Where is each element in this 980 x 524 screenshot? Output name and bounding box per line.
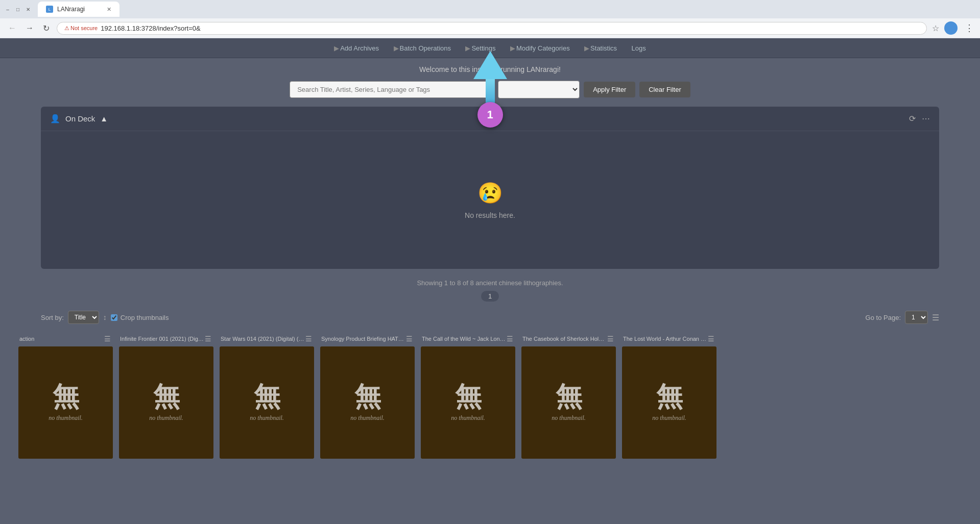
no-thumbnail-text: no thumbnail. xyxy=(350,414,385,422)
forward-button[interactable]: → xyxy=(23,22,36,34)
close-button[interactable]: ✕ xyxy=(25,6,32,13)
browser-toolbar: ← → ↻ ⚠ Not secure 192.168.1.18:3728/ind… xyxy=(0,18,980,38)
menu-dots-icon[interactable]: ⋮ xyxy=(965,22,974,34)
no-thumbnail-text: no thumbnail. xyxy=(652,414,686,422)
on-deck-title: 👤 On Deck ▲ xyxy=(50,114,108,123)
nav-logs[interactable]: Logs xyxy=(632,44,646,52)
book-kanji-icon: 無 xyxy=(153,384,180,410)
nav-statistics[interactable]: ▶Statistics xyxy=(584,44,617,52)
book-menu-button[interactable]: ☰ xyxy=(204,335,212,343)
book-menu-button[interactable]: ☰ xyxy=(606,335,615,343)
book-kanji-icon: 無 xyxy=(656,384,683,410)
book-item[interactable]: Star Wars 014 (2021) (Digital) (Kitoko-E… xyxy=(220,331,314,459)
no-thumbnail-text: no thumbnail. xyxy=(552,414,586,422)
reload-button[interactable]: ↻ xyxy=(41,22,52,34)
page-badge: 1 xyxy=(481,291,499,302)
sort-direction-button[interactable]: ↕ xyxy=(103,313,107,321)
book-title-bar: The Lost World - Arthur Conan Doyle ☰ xyxy=(622,331,716,346)
book-menu-button[interactable]: ☰ xyxy=(405,335,414,343)
address-text: 192.168.1.18:3728/index?sort=0& xyxy=(101,24,201,32)
page-content: ▶Add Archives ▶Batch Operations ▶Setting… xyxy=(0,38,980,524)
gallery-controls: Sort by: Title ↕ Crop thumbnails Go to P… xyxy=(0,307,980,328)
book-menu-button[interactable]: ☰ xyxy=(304,335,313,343)
nav-settings[interactable]: ▶Settings xyxy=(465,44,495,52)
nav-add-archives[interactable]: ▶Add Archives xyxy=(334,44,379,52)
no-results-icon: 😢 xyxy=(477,181,503,205)
on-deck-body: 😢 No results here. xyxy=(41,131,939,269)
on-deck-panel: 👤 On Deck ▲ ⟳ ⋯ 😢 No results here. xyxy=(41,107,939,269)
tab-close-icon[interactable]: ✕ xyxy=(107,6,111,13)
no-thumbnail-text: no thumbnail. xyxy=(49,414,83,422)
book-gallery: action ☰ 無 no thumbnail. Infinite Fronti… xyxy=(0,331,980,459)
book-thumbnail[interactable]: 無 no thumbnail. xyxy=(18,346,113,459)
book-kanji-icon: 無 xyxy=(556,384,582,410)
no-results-text: No results here. xyxy=(465,211,515,219)
book-item[interactable]: The Lost World - Arthur Conan Doyle ☰ 無 … xyxy=(622,331,716,459)
book-kanji-icon: 無 xyxy=(455,384,482,410)
nav-modify-categories[interactable]: ▶Modify Categories xyxy=(510,44,570,52)
browser-chrome: – □ ✕ L LANraragi ✕ ← → ↻ ⚠ Not secure 1… xyxy=(0,0,980,38)
book-title: The Casebook of Sherlock Holmes - Arthur… xyxy=(522,336,606,342)
address-bar[interactable]: ⚠ Not secure 192.168.1.18:3728/index?sor… xyxy=(57,22,927,35)
book-item[interactable]: action ☰ 無 no thumbnail. xyxy=(18,331,113,459)
book-item[interactable]: The Call of the Wild ~ Jack London ☰ 無 n… xyxy=(421,331,515,459)
list-view-button[interactable]: ☰ xyxy=(932,313,939,322)
on-deck-refresh-button[interactable]: ⟳ xyxy=(909,114,916,123)
pagination-area: Go to Page: 1 ☰ xyxy=(866,311,939,324)
on-deck-header: 👤 On Deck ▲ ⟳ ⋯ xyxy=(41,107,939,131)
sort-area: Sort by: Title ↕ Crop thumbnails xyxy=(41,311,169,324)
book-item[interactable]: Synology Product Briefing HAT5300 - A4 E… xyxy=(320,331,415,459)
book-thumbnail[interactable]: 無 no thumbnail. xyxy=(521,346,616,459)
page-select[interactable]: 1 xyxy=(905,311,928,324)
book-thumbnail[interactable]: 無 no thumbnail. xyxy=(119,346,213,459)
crop-thumbnails-label[interactable]: Crop thumbnails xyxy=(111,314,169,321)
apply-filter-button[interactable]: Apply Filter xyxy=(584,82,635,97)
search-input[interactable] xyxy=(290,81,494,98)
tab-title: LANraragi xyxy=(57,6,85,13)
warning-icon: ⚠ xyxy=(64,25,69,32)
book-title: Synology Product Briefing HAT5300 - A4 E… xyxy=(321,336,405,342)
book-item[interactable]: The Casebook of Sherlock Holmes - Arthur… xyxy=(521,331,616,459)
crop-thumbnails-checkbox[interactable] xyxy=(111,314,117,321)
on-deck-more-button[interactable]: ⋯ xyxy=(922,114,930,123)
nav-batch-operations[interactable]: ▶Batch Operations xyxy=(394,44,451,52)
book-kanji-icon: 無 xyxy=(354,384,381,410)
clear-filter-button[interactable]: Clear Filter xyxy=(639,82,690,97)
book-title: The Lost World - Arthur Conan Doyle xyxy=(623,336,707,342)
book-title-bar: action ☰ xyxy=(18,331,113,346)
book-kanji-icon: 無 xyxy=(254,384,280,410)
go-to-page-label: Go to Page: xyxy=(866,314,901,321)
showing-text: Showing 1 to 8 of 8 ancient chinese lith… xyxy=(0,279,980,287)
bookmark-icon[interactable]: ☆ xyxy=(932,23,939,33)
minimize-button[interactable]: – xyxy=(4,6,11,13)
book-item[interactable]: Infinite Frontier 001 (2021) (Digital) (… xyxy=(119,331,213,459)
no-thumbnail-text: no thumbnail. xyxy=(250,414,284,422)
book-menu-button[interactable]: ☰ xyxy=(103,335,112,343)
category-select[interactable] xyxy=(498,81,580,98)
search-area: Apply Filter Clear Filter xyxy=(0,78,980,107)
sort-label: Sort by: xyxy=(41,314,64,321)
book-thumbnail[interactable]: 無 no thumbnail. xyxy=(220,346,314,459)
back-button[interactable]: ← xyxy=(6,22,18,34)
browser-title-bar: – □ ✕ L LANraragi ✕ xyxy=(0,0,980,18)
book-title: The Call of the Wild ~ Jack London xyxy=(422,336,506,342)
book-kanji-icon: 無 xyxy=(53,384,79,410)
book-thumbnail[interactable]: 無 no thumbnail. xyxy=(421,346,515,459)
top-nav: ▶Add Archives ▶Batch Operations ▶Setting… xyxy=(0,38,980,58)
book-menu-button[interactable]: ☰ xyxy=(506,335,514,343)
on-deck-icon: 👤 xyxy=(50,114,60,123)
profile-avatar[interactable] xyxy=(944,21,958,35)
browser-tab[interactable]: L LANraragi ✕ xyxy=(38,2,119,17)
book-title: Infinite Frontier 001 (2021) (Digital) (… xyxy=(120,336,204,342)
welcome-message: Welcome to this instance running LANrara… xyxy=(0,58,980,78)
sort-select[interactable]: Title xyxy=(68,311,99,324)
book-menu-button[interactable]: ☰ xyxy=(707,335,715,343)
book-thumbnail[interactable]: 無 no thumbnail. xyxy=(622,346,716,459)
book-title-bar: Infinite Frontier 001 (2021) (Digital) (… xyxy=(119,331,213,346)
book-title-bar: Star Wars 014 (2021) (Digital) (Kitoko-E… xyxy=(220,331,314,346)
on-deck-controls: ⟳ ⋯ xyxy=(909,114,930,123)
page-badge-area: 1 xyxy=(0,291,980,302)
book-thumbnail[interactable]: 無 no thumbnail. xyxy=(320,346,415,459)
maximize-button[interactable]: □ xyxy=(14,6,21,13)
book-title-bar: The Call of the Wild ~ Jack London ☰ xyxy=(421,331,515,346)
